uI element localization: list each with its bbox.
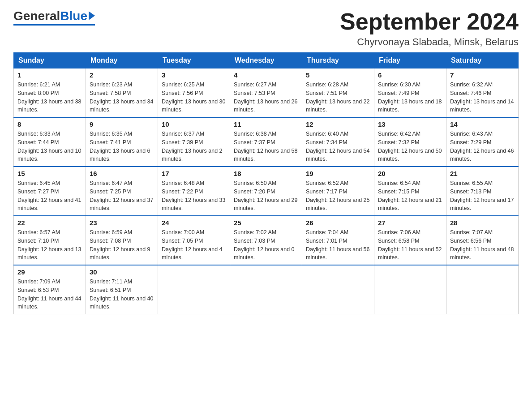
day-number: 24 bbox=[162, 219, 226, 227]
location-subtitle: Chyrvonaya Slabada, Minsk, Belarus bbox=[340, 36, 519, 48]
calendar-day-cell: 20Sunrise: 6:54 AMSunset: 7:15 PMDayligh… bbox=[374, 167, 446, 216]
day-number: 2 bbox=[90, 71, 154, 79]
title-section: September 2024 Chyrvonaya Slabada, Minsk… bbox=[340, 9, 519, 48]
day-number: 28 bbox=[450, 219, 515, 227]
day-number: 15 bbox=[17, 170, 82, 177]
weekday-header-friday: Friday bbox=[374, 53, 446, 68]
day-info: Sunrise: 6:30 AMSunset: 7:49 PMDaylight:… bbox=[378, 81, 442, 114]
day-info: Sunrise: 6:43 AMSunset: 7:29 PMDaylight:… bbox=[450, 130, 515, 163]
calendar-day-cell: 29Sunrise: 7:09 AMSunset: 6:53 PMDayligh… bbox=[14, 265, 86, 314]
calendar-day-cell: 12Sunrise: 6:40 AMSunset: 7:34 PMDayligh… bbox=[302, 117, 374, 167]
day-number: 30 bbox=[90, 268, 154, 276]
day-number: 6 bbox=[378, 71, 442, 79]
calendar-day-cell: 13Sunrise: 6:42 AMSunset: 7:32 PMDayligh… bbox=[374, 117, 446, 167]
day-number: 16 bbox=[90, 170, 154, 177]
calendar-day-cell: 3Sunrise: 6:25 AMSunset: 7:56 PMDaylight… bbox=[158, 68, 230, 118]
day-info: Sunrise: 7:02 AMSunset: 7:03 PMDaylight:… bbox=[234, 228, 298, 262]
empty-day-cell bbox=[158, 265, 230, 314]
weekday-header-monday: Monday bbox=[86, 53, 158, 68]
day-number: 4 bbox=[234, 71, 298, 79]
calendar-day-cell: 1Sunrise: 6:21 AMSunset: 8:00 PMDaylight… bbox=[14, 68, 86, 118]
calendar-day-cell: 15Sunrise: 6:45 AMSunset: 7:27 PMDayligh… bbox=[14, 167, 86, 216]
logo-triangle-icon bbox=[89, 11, 95, 20]
day-info: Sunrise: 6:54 AMSunset: 7:15 PMDaylight:… bbox=[378, 179, 442, 213]
calendar-week-row: 15Sunrise: 6:45 AMSunset: 7:27 PMDayligh… bbox=[14, 167, 519, 216]
logo-blue-text: Blue bbox=[60, 9, 87, 23]
day-info: Sunrise: 6:55 AMSunset: 7:13 PMDaylight:… bbox=[450, 179, 515, 213]
day-info: Sunrise: 7:07 AMSunset: 6:56 PMDaylight:… bbox=[450, 228, 515, 262]
empty-day-cell bbox=[302, 265, 374, 314]
day-number: 1 bbox=[17, 71, 82, 79]
day-number: 12 bbox=[306, 120, 370, 128]
calendar-week-row: 29Sunrise: 7:09 AMSunset: 6:53 PMDayligh… bbox=[14, 265, 519, 314]
day-number: 13 bbox=[378, 120, 442, 128]
day-number: 26 bbox=[306, 219, 370, 227]
calendar-week-row: 1Sunrise: 6:21 AMSunset: 8:00 PMDaylight… bbox=[14, 68, 519, 118]
day-info: Sunrise: 6:45 AMSunset: 7:27 PMDaylight:… bbox=[17, 179, 82, 213]
logo-blue-wrap: Blue bbox=[60, 9, 95, 23]
calendar-day-cell: 6Sunrise: 6:30 AMSunset: 7:49 PMDaylight… bbox=[374, 68, 446, 118]
calendar-day-cell: 2Sunrise: 6:23 AMSunset: 7:58 PMDaylight… bbox=[86, 68, 158, 118]
day-info: Sunrise: 6:27 AMSunset: 7:53 PMDaylight:… bbox=[234, 81, 298, 114]
weekday-header-tuesday: Tuesday bbox=[158, 53, 230, 68]
day-info: Sunrise: 6:32 AMSunset: 7:46 PMDaylight:… bbox=[450, 81, 515, 114]
day-number: 17 bbox=[162, 170, 226, 177]
empty-day-cell bbox=[374, 265, 446, 314]
empty-day-cell bbox=[446, 265, 519, 314]
day-info: Sunrise: 7:04 AMSunset: 7:01 PMDaylight:… bbox=[306, 228, 370, 262]
calendar-day-cell: 21Sunrise: 6:55 AMSunset: 7:13 PMDayligh… bbox=[446, 167, 519, 216]
calendar-day-cell: 25Sunrise: 7:02 AMSunset: 7:03 PMDayligh… bbox=[230, 216, 302, 265]
day-info: Sunrise: 7:00 AMSunset: 7:05 PMDaylight:… bbox=[162, 228, 226, 262]
day-number: 5 bbox=[306, 71, 370, 79]
calendar-day-cell: 19Sunrise: 6:52 AMSunset: 7:17 PMDayligh… bbox=[302, 167, 374, 216]
day-number: 3 bbox=[162, 71, 226, 79]
calendar-day-cell: 8Sunrise: 6:33 AMSunset: 7:44 PMDaylight… bbox=[14, 117, 86, 167]
calendar-day-cell: 17Sunrise: 6:48 AMSunset: 7:22 PMDayligh… bbox=[158, 167, 230, 216]
calendar-day-cell: 24Sunrise: 7:00 AMSunset: 7:05 PMDayligh… bbox=[158, 216, 230, 265]
page-header: General Blue September 2024 Chyrvonaya S… bbox=[13, 9, 519, 48]
weekday-header-thursday: Thursday bbox=[302, 53, 374, 68]
calendar-day-cell: 4Sunrise: 6:27 AMSunset: 7:53 PMDaylight… bbox=[230, 68, 302, 118]
day-info: Sunrise: 7:06 AMSunset: 6:58 PMDaylight:… bbox=[378, 228, 442, 262]
calendar-week-row: 8Sunrise: 6:33 AMSunset: 7:44 PMDaylight… bbox=[14, 117, 519, 167]
day-info: Sunrise: 7:09 AMSunset: 6:53 PMDaylight:… bbox=[17, 278, 82, 311]
day-info: Sunrise: 6:25 AMSunset: 7:56 PMDaylight:… bbox=[162, 81, 226, 114]
calendar-day-cell: 26Sunrise: 7:04 AMSunset: 7:01 PMDayligh… bbox=[302, 216, 374, 265]
logo-underline bbox=[13, 24, 95, 26]
calendar-day-cell: 27Sunrise: 7:06 AMSunset: 6:58 PMDayligh… bbox=[374, 216, 446, 265]
calendar-day-cell: 7Sunrise: 6:32 AMSunset: 7:46 PMDaylight… bbox=[446, 68, 519, 118]
day-number: 11 bbox=[234, 120, 298, 128]
calendar-table: SundayMondayTuesdayWednesdayThursdayFrid… bbox=[13, 52, 519, 314]
day-info: Sunrise: 7:11 AMSunset: 6:51 PMDaylight:… bbox=[90, 278, 154, 311]
day-info: Sunrise: 6:40 AMSunset: 7:34 PMDaylight:… bbox=[306, 130, 370, 163]
day-number: 8 bbox=[17, 120, 82, 128]
day-info: Sunrise: 6:21 AMSunset: 8:00 PMDaylight:… bbox=[17, 81, 82, 114]
day-info: Sunrise: 6:50 AMSunset: 7:20 PMDaylight:… bbox=[234, 179, 298, 213]
day-info: Sunrise: 6:33 AMSunset: 7:44 PMDaylight:… bbox=[17, 130, 82, 163]
day-info: Sunrise: 6:35 AMSunset: 7:41 PMDaylight:… bbox=[90, 130, 154, 163]
calendar-day-cell: 16Sunrise: 6:47 AMSunset: 7:25 PMDayligh… bbox=[86, 167, 158, 216]
calendar-day-cell: 14Sunrise: 6:43 AMSunset: 7:29 PMDayligh… bbox=[446, 117, 519, 167]
day-number: 14 bbox=[450, 120, 515, 128]
day-number: 10 bbox=[162, 120, 226, 128]
weekday-header-row: SundayMondayTuesdayWednesdayThursdayFrid… bbox=[14, 53, 519, 68]
day-info: Sunrise: 6:47 AMSunset: 7:25 PMDaylight:… bbox=[90, 179, 154, 213]
weekday-header-sunday: Sunday bbox=[14, 53, 86, 68]
day-info: Sunrise: 6:23 AMSunset: 7:58 PMDaylight:… bbox=[90, 81, 154, 114]
logo: General Blue bbox=[13, 9, 95, 26]
calendar-week-row: 22Sunrise: 6:57 AMSunset: 7:10 PMDayligh… bbox=[14, 216, 519, 265]
calendar-day-cell: 28Sunrise: 7:07 AMSunset: 6:56 PMDayligh… bbox=[446, 216, 519, 265]
day-number: 18 bbox=[234, 170, 298, 177]
day-info: Sunrise: 6:28 AMSunset: 7:51 PMDaylight:… bbox=[306, 81, 370, 114]
weekday-header-wednesday: Wednesday bbox=[230, 53, 302, 68]
day-number: 23 bbox=[90, 219, 154, 227]
calendar-day-cell: 23Sunrise: 6:59 AMSunset: 7:08 PMDayligh… bbox=[86, 216, 158, 265]
month-title: September 2024 bbox=[340, 9, 519, 34]
calendar-day-cell: 22Sunrise: 6:57 AMSunset: 7:10 PMDayligh… bbox=[14, 216, 86, 265]
calendar-day-cell: 5Sunrise: 6:28 AMSunset: 7:51 PMDaylight… bbox=[302, 68, 374, 118]
day-info: Sunrise: 6:42 AMSunset: 7:32 PMDaylight:… bbox=[378, 130, 442, 163]
day-number: 7 bbox=[450, 71, 515, 79]
weekday-header-saturday: Saturday bbox=[446, 53, 519, 68]
day-number: 20 bbox=[378, 170, 442, 177]
day-info: Sunrise: 6:38 AMSunset: 7:37 PMDaylight:… bbox=[234, 130, 298, 163]
